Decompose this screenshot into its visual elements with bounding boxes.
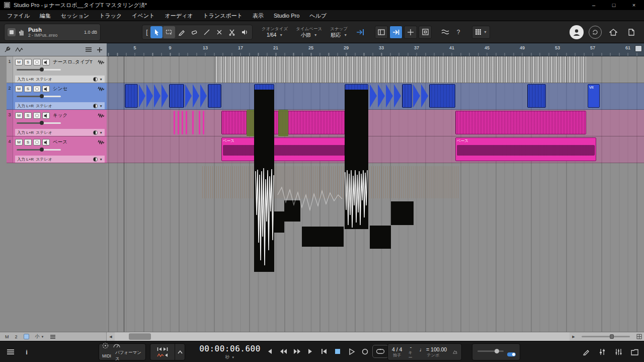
volume-slider-knob[interactable] [40, 67, 44, 71]
level-toggle[interactable] [507, 352, 516, 356]
previous-event-button[interactable] [264, 345, 276, 358]
zoom-slider-track[interactable] [582, 336, 630, 337]
scroll-left-arrow[interactable]: ◀ [107, 332, 115, 341]
transport-menu-button[interactable] [4, 345, 17, 358]
quantize-dropdown[interactable]: クオンタイズ 1/64▼ [262, 26, 288, 38]
volume-slider-knob[interactable] [40, 148, 44, 152]
record-arm-button[interactable] [33, 86, 41, 92]
select-tool-button[interactable] [150, 26, 163, 38]
solo-button[interactable]: S [24, 112, 32, 119]
ruler-corner-box[interactable] [635, 45, 642, 52]
menu-item-4[interactable]: トラック [94, 10, 127, 21]
forward-button[interactable] [291, 345, 303, 358]
menu-item-8[interactable]: 表示 [248, 10, 269, 21]
monitor-button[interactable] [42, 86, 50, 92]
browser-button[interactable] [628, 345, 641, 358]
menu-item-5[interactable]: イベント [127, 10, 159, 21]
monitor-button[interactable] [42, 139, 50, 146]
solo-button[interactable]: S [24, 86, 32, 92]
record-arm-button[interactable] [33, 139, 41, 146]
level-slider-knob[interactable] [495, 349, 499, 353]
add-track-icon[interactable] [97, 47, 103, 53]
grid-view-button[interactable]: ▼ [472, 26, 490, 39]
mute-button[interactable]: M [15, 139, 23, 146]
status-item-2[interactable]: 2 [15, 334, 18, 339]
volume-slider[interactable] [17, 69, 61, 70]
zoom-slider-knob[interactable] [610, 334, 614, 339]
solo-button[interactable]: S [24, 139, 32, 146]
track-list-icon[interactable] [85, 47, 92, 52]
track-header-2[interactable]: 2 M S シンセ 入力 L+R [7, 83, 107, 110]
volume-slider[interactable] [17, 122, 61, 124]
edit-button[interactable] [580, 345, 593, 358]
track-height-dropdown[interactable]: 小 ▼ [35, 333, 44, 340]
zoom-presets-button[interactable] [634, 332, 644, 341]
range-tool-button[interactable] [163, 26, 175, 38]
volume-slider[interactable] [17, 149, 61, 151]
volume-slider[interactable] [17, 96, 61, 97]
automation-curve-icon[interactable] [15, 47, 23, 52]
snap-toggle-button[interactable] [353, 26, 368, 39]
split-tool-button[interactable] [226, 26, 238, 38]
fader-view-button[interactable] [596, 345, 609, 358]
record-button[interactable] [359, 345, 371, 358]
menu-item-9[interactable]: Studio Pro [269, 10, 304, 21]
new-document-button[interactable] [625, 26, 638, 39]
metronome-panel[interactable] [150, 343, 185, 360]
autoscroll-button[interactable] [389, 26, 403, 39]
monitor-button[interactable] [42, 112, 50, 119]
midi-performance-panel[interactable]: MIDI パフォーマンス [99, 343, 146, 360]
list-icon[interactable] [50, 334, 56, 339]
maximize-button[interactable]: □ [604, 0, 624, 10]
track-header-3[interactable]: 3 M S キック 入力 L+R [7, 110, 107, 136]
input-routing-row[interactable]: 入力 L+R ステレオ ▼ [15, 156, 105, 163]
timeline-ruler[interactable]: 5913172125293337414549535761 [107, 43, 644, 56]
input-routing-row[interactable]: 入力 L+R ステレオ ▼ [15, 76, 105, 83]
scrollbar-thumb[interactable] [129, 333, 151, 340]
pan-control-icon[interactable] [93, 157, 98, 162]
home-button[interactable] [607, 26, 620, 39]
tempo-setting[interactable]: ♩ = 100.00 テンポ [420, 346, 447, 358]
minimize-button[interactable]: – [584, 0, 604, 10]
tempo-map-icon[interactable] [453, 349, 457, 355]
record-arm-button[interactable] [33, 112, 41, 119]
level-slider-track[interactable] [477, 350, 504, 352]
status-item-m[interactable]: M [5, 334, 9, 339]
menu-item-10[interactable]: ヘルプ [304, 10, 332, 21]
time-signature[interactable]: 4 / 4 拍子 [392, 346, 402, 358]
listen-tool-button[interactable] [238, 26, 251, 38]
next-event-button[interactable] [304, 345, 316, 358]
mute-button[interactable]: M [15, 86, 23, 92]
draw-tool-button[interactable] [176, 26, 188, 38]
mute-tool-button[interactable] [213, 26, 225, 38]
output-level-panel[interactable] [472, 343, 520, 360]
rewind-button[interactable] [277, 345, 289, 358]
wrench-icon[interactable] [4, 46, 11, 53]
snap-dropdown[interactable]: スナップ 順応▼ [330, 26, 348, 38]
volume-slider-knob[interactable] [40, 121, 44, 125]
scroll-right-arrow[interactable]: ▶ [570, 332, 578, 341]
help-button[interactable]: ? [452, 26, 465, 39]
crosshair-button[interactable] [404, 26, 417, 39]
play-button[interactable] [345, 345, 357, 358]
stop-button[interactable] [332, 345, 344, 358]
menu-item-7[interactable]: トランスポート [198, 10, 248, 21]
mute-button[interactable]: M [15, 59, 23, 65]
return-to-start-button[interactable] [318, 345, 330, 358]
track-header-4[interactable]: 4 M S ベース 入力 L+R [7, 136, 107, 163]
arrange-body[interactable]: Vitベースベース [107, 56, 644, 332]
timebase-dropdown[interactable]: タイムベース 小節▼ [296, 26, 322, 38]
monitor-button[interactable] [42, 59, 50, 65]
eraser-tool-button[interactable] [188, 26, 200, 38]
user-avatar[interactable] [570, 25, 584, 39]
line-tool-button[interactable] [201, 26, 213, 38]
track-header-1[interactable]: 1 M S ナースロ..タイプT 入力 [7, 56, 107, 83]
status-indicator[interactable] [24, 334, 29, 339]
zoom-full-button[interactable] [419, 26, 432, 39]
menu-item-2[interactable]: 編集 [35, 10, 56, 21]
info-button[interactable]: i [20, 345, 33, 358]
pan-control-icon[interactable] [93, 104, 98, 108]
menu-item-1[interactable]: ファイル [2, 10, 35, 21]
time-display[interactable]: 00:00:06.600 秒 ▼ [197, 343, 263, 360]
scrollbar-track[interactable] [115, 332, 570, 341]
